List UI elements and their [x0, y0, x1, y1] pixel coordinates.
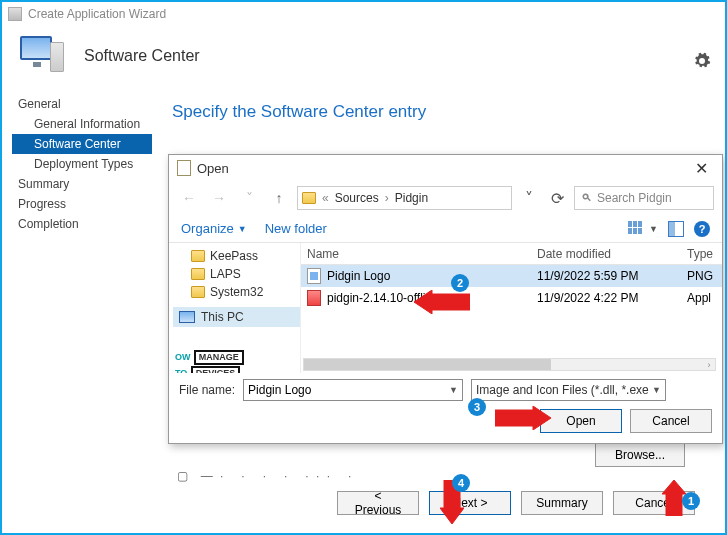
file-name-input[interactable]: Pidgin Logo ▼ — [243, 379, 463, 401]
dialog-titlebar: Open ✕ — [169, 155, 722, 181]
wizard-window-title: Create Application Wizard — [28, 7, 166, 21]
folder-icon — [191, 286, 205, 298]
caret-down-icon: ▼ — [238, 224, 247, 234]
nav-deployment-types[interactable]: Deployment Types — [12, 154, 152, 174]
file-type-filter[interactable]: Image and Icon Files (*.dll, *.exe ▼ — [471, 379, 666, 401]
nav-forward-icon[interactable]: → — [207, 186, 231, 210]
file-name-label: File name: — [179, 383, 235, 397]
pc-icon — [179, 311, 195, 323]
file-list-header: Name Date modified Type — [301, 243, 722, 265]
dialog-bottom: File name: Pidgin Logo ▼ Image and Icon … — [169, 373, 722, 443]
previous-button[interactable]: < Previous — [337, 491, 419, 515]
tree-item-this-pc[interactable]: This PC — [173, 307, 300, 327]
software-center-icon — [20, 36, 68, 76]
file-row-pidgin-logo[interactable]: Pidgin Logo 11/9/2022 5:59 PM PNG — [301, 265, 722, 287]
address-bar[interactable]: « Sources › Pidgin — [297, 186, 512, 210]
annotation-arrow-2 — [414, 290, 470, 314]
col-name[interactable]: Name — [301, 247, 531, 261]
wizard-nav: General General Information Software Cen… — [2, 90, 152, 432]
annotation-badge-2: 2 — [451, 274, 469, 292]
col-type[interactable]: Type — [681, 247, 722, 261]
image-file-icon — [307, 268, 321, 284]
wizard-button-row: < Previous Next > Summary Cancel — [337, 491, 695, 515]
tree-item-laps[interactable]: LAPS — [173, 265, 300, 283]
document-icon — [177, 160, 191, 176]
nav-general-info[interactable]: General Information — [12, 114, 152, 134]
file-list: Name Date modified Type Pidgin Logo 11/9… — [301, 243, 722, 373]
open-button[interactable]: Open — [540, 409, 622, 433]
refresh-icon[interactable]: ⟳ — [546, 186, 568, 210]
wizard-header-title: Software Center — [84, 47, 200, 65]
folder-tree: KeePass LAPS System32 This PC OW MANAGE … — [169, 243, 301, 373]
gear-icon[interactable] — [693, 52, 711, 70]
annotation-badge-4: 4 — [452, 474, 470, 492]
chevron-icon: › — [383, 191, 391, 205]
tree-item-keepass[interactable]: KeePass — [173, 247, 300, 265]
nav-general[interactable]: General — [12, 94, 152, 114]
col-date[interactable]: Date modified — [531, 247, 681, 261]
page-heading: Specify the Software Center entry — [172, 102, 705, 122]
wizard-titlebar: Create Application Wizard — [2, 2, 725, 26]
dialog-cancel-button[interactable]: Cancel — [630, 409, 712, 433]
dialog-toolbar: Organize▼ New folder ▼ ? — [169, 215, 722, 243]
nav-up-icon[interactable]: ↑ — [267, 186, 291, 210]
nav-recent-icon[interactable]: ˅ — [237, 186, 261, 210]
watermark-logo: OW MANAGE TO DEVICES — [173, 349, 300, 373]
nav-completion[interactable]: Completion — [12, 214, 152, 234]
search-placeholder: Search Pidgin — [597, 191, 672, 205]
view-mode-button[interactable]: ▼ — [628, 221, 658, 237]
search-input[interactable]: Search Pidgin — [574, 186, 714, 210]
address-dropdown-icon[interactable]: ˅ — [518, 186, 540, 210]
help-icon[interactable]: ? — [694, 221, 710, 237]
annotation-badge-3: 3 — [468, 398, 486, 416]
scroll-thumb[interactable] — [304, 359, 551, 370]
organize-menu[interactable]: Organize▼ — [181, 221, 247, 236]
horizontal-scrollbar[interactable]: ‹ › — [303, 358, 716, 371]
annotation-badge-1: 1 — [682, 492, 700, 510]
caret-down-icon: ▼ — [649, 224, 658, 234]
search-icon — [581, 192, 593, 204]
nav-progress[interactable]: Progress — [12, 194, 152, 214]
nav-software-center[interactable]: Software Center — [12, 134, 152, 154]
wizard-window-icon — [8, 7, 22, 21]
file-row-pidgin-offline[interactable]: pidgin-2.14.10-offline 11/9/2022 4:22 PM… — [301, 287, 722, 309]
summary-button[interactable]: Summary — [521, 491, 603, 515]
tree-item-system32[interactable]: System32 — [173, 283, 300, 301]
breadcrumb-pidgin[interactable]: Pidgin — [395, 191, 428, 205]
caret-down-icon[interactable]: ▼ — [449, 385, 458, 395]
installer-file-icon — [307, 290, 321, 306]
browse-button[interactable]: Browse... — [595, 443, 685, 467]
dialog-title: Open — [197, 161, 229, 176]
folder-icon — [191, 250, 205, 262]
close-icon[interactable]: ✕ — [689, 159, 714, 178]
breadcrumb-sources[interactable]: Sources — [335, 191, 379, 205]
scroll-right-icon[interactable]: › — [702, 359, 716, 370]
nav-summary[interactable]: Summary — [12, 174, 152, 194]
folder-icon — [191, 268, 205, 280]
nav-back-icon[interactable]: ← — [177, 186, 201, 210]
caret-down-icon[interactable]: ▼ — [652, 385, 661, 395]
annotation-arrow-3 — [495, 406, 551, 430]
scroll-left-icon[interactable]: ‹ — [301, 359, 303, 370]
folder-icon — [302, 192, 316, 204]
dialog-nav-row: ← → ˅ ↑ « Sources › Pidgin ˅ ⟳ Search Pi… — [169, 181, 722, 215]
truncated-checkbox-row: ▢ — · · · · · · · · — [177, 469, 353, 483]
preview-pane-icon[interactable] — [668, 221, 684, 237]
new-folder-button[interactable]: New folder — [265, 221, 327, 236]
view-grid-icon — [628, 221, 646, 237]
chevron-icon: « — [320, 191, 331, 205]
wizard-header: Software Center — [2, 26, 725, 90]
